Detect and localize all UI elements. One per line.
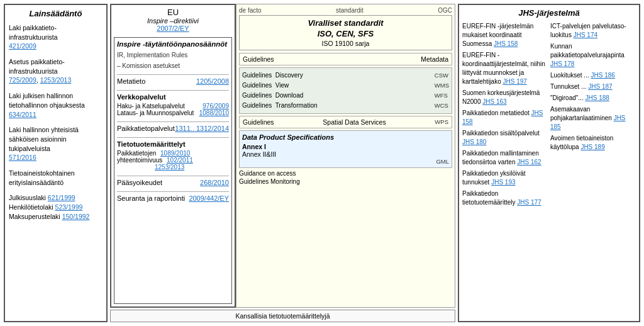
law-link-523[interactable]: 523/1999 bbox=[55, 203, 83, 211]
vs-column: de facto standardit OGC Viralliset stand… bbox=[236, 4, 455, 308]
link-976[interactable]: 976/2009 bbox=[203, 103, 229, 110]
law-title: Lainsäädäntö bbox=[9, 9, 103, 18]
law-link-150[interactable]: 150/1992 bbox=[62, 213, 90, 220]
jhs-item-avoimen: Avoimen tietoaineiston käyttölupa JHS 18… bbox=[550, 134, 636, 152]
jhs-link-180[interactable]: JHS 180 bbox=[462, 138, 486, 145]
law-link-421[interactable]: 421/2009 bbox=[9, 42, 36, 50]
wps-label: WPS bbox=[435, 118, 448, 126]
law-item-1: Laki paikkatieto-infrastruktuurista 421/… bbox=[9, 23, 103, 51]
vs-subheader: de facto standardit OGC bbox=[239, 7, 452, 14]
jhs-item-asemakaava: Asemakaavan pohjakartanlaatiminen JHS 18… bbox=[550, 105, 636, 132]
jhs-link-188[interactable]: JHS 188 bbox=[585, 94, 609, 101]
jhs-link-162[interactable]: JHS 162 bbox=[517, 159, 541, 166]
link-1205[interactable]: 1205/2008 bbox=[196, 77, 229, 85]
jhs-left-items: EUREF-FIN -järjestelmän mukaiset koordin… bbox=[462, 22, 548, 318]
law-item-6: Julkisuuslaki 621/1999 Henkilötietolaki … bbox=[9, 193, 103, 221]
jhs-item-luokitukset: Luokitukset ... JHS 186 bbox=[550, 71, 636, 80]
ttt-row-3: 1253/2013 bbox=[117, 164, 229, 171]
jhs-item-mallintaminen: Paikkatiedon mallintaminen tiedonsiirtoa… bbox=[462, 149, 548, 167]
vs-title-line3: ISO 19100 sarja bbox=[242, 40, 449, 47]
inspire-ttt-section: Tietotuotemäärittelyt Paikkatietojen 108… bbox=[117, 137, 229, 171]
vs-annex23: Annex II&III bbox=[242, 150, 449, 158]
jhs-item-tunnukset: Tunnukset ... JHS 187 bbox=[550, 82, 636, 91]
vs-guidelines-area: Guidelines Discovery Guidelines View Gui… bbox=[239, 67, 452, 114]
inspire-box: Inspire -täytäntöönpanosäännöt IR, Imple… bbox=[114, 37, 232, 304]
gl-discovery: Guidelines Discovery bbox=[242, 70, 318, 81]
jhs-item-euref-fin-2: EUREF-FIN -koordinaattijärjestelmät, nii… bbox=[462, 51, 548, 86]
jhs-right-items: ICT-palvelujen palvelutaso-luokitus JHS … bbox=[550, 22, 636, 318]
law-link-1253[interactable]: 1253/2013 bbox=[40, 76, 72, 84]
jhs-column: JHS-järjestelmä EUREF-FIN -järjestelmän … bbox=[458, 4, 640, 322]
link-1089[interactable]: 1089/2010 bbox=[160, 150, 190, 157]
inspire-paasy-row: Pääsyoikeudet 268/2010 bbox=[117, 176, 229, 186]
jhs-link-187[interactable]: JHS 187 bbox=[588, 83, 612, 90]
eu-column: EU Inspire –direktiivi 2007/2/EY Inspire… bbox=[110, 4, 236, 308]
link-268[interactable]: 268/2010 bbox=[200, 179, 229, 186]
wcs-label: WCS bbox=[435, 102, 449, 109]
link-102[interactable]: 102/2011 bbox=[167, 157, 193, 164]
jhs-link-178[interactable]: JHS 178 bbox=[550, 60, 574, 67]
inspire-seuranta-row: Seuranta ja raportointi 2009/442/EY bbox=[117, 191, 229, 202]
wfs-label: WFS bbox=[435, 92, 449, 99]
jhs-link-174[interactable]: JHS 174 bbox=[574, 31, 597, 38]
vs-annex1: Annex I bbox=[242, 143, 449, 150]
ttt-row-1: Paikkatietojen 1089/2010 bbox=[117, 150, 229, 157]
vs-title-box: Viralliset standardit ISO, CEN, SFS ISO … bbox=[239, 15, 452, 50]
law-link-634[interactable]: 634/2011 bbox=[9, 111, 36, 118]
komissio-label: – Komission asetukset bbox=[117, 62, 229, 69]
ttt-row-2: yhteentoimivuus 102/2011 bbox=[117, 157, 229, 164]
jhs-item-digiroad: "Digiroad"... JHS 188 bbox=[550, 94, 636, 103]
jhs-link-193[interactable]: JHS 193 bbox=[491, 179, 515, 186]
gl-transformation: Guidelines Transformation bbox=[242, 101, 318, 111]
inspire-verkkopalvelut-section: Verkkopalvelut Haku- ja Katselupalvelut … bbox=[117, 90, 229, 116]
csw-label: CSW bbox=[435, 72, 449, 79]
jhs-item-sisalto: Paikkatiedon sisältöpalvelut JHS 180 bbox=[462, 129, 548, 147]
jhs-item-metatiedot: Paikkatiedon metatiedot JHS 158 bbox=[462, 109, 548, 126]
law-link-571[interactable]: 571/2016 bbox=[9, 154, 36, 161]
jhs-item-tietotuote: Paikkatiedon tietotuotemäärittely JHS 17… bbox=[462, 189, 548, 207]
jhs-link-189[interactable]: JHS 189 bbox=[580, 143, 604, 150]
vs-paikka-row: Guidelines Spatial Data Services WPS bbox=[239, 116, 452, 128]
gl-view: Guidelines View bbox=[242, 81, 318, 91]
jhs-item-yksiloivat: Paikkatiedon yksilöivät tunnukset JHS 19… bbox=[462, 169, 548, 187]
law-link-621[interactable]: 621/1999 bbox=[48, 194, 75, 201]
eu-directive: Inspire –direktiivi bbox=[114, 17, 232, 25]
jhs-item-korkeus: Suomen korkeusjärjestelmä N2000 JHS 163 bbox=[462, 89, 548, 106]
ir-label: IR, Implementation Rules bbox=[117, 52, 229, 59]
vs-metadata-row: Guidelines Metadata bbox=[239, 53, 452, 65]
gml-label: GML bbox=[436, 158, 449, 165]
jhs-content: EUREF-FIN -järjestelmän mukaiset koordin… bbox=[462, 22, 636, 318]
wms-label: WMS bbox=[435, 82, 449, 89]
vs-title-line2: ISO, CEN, SFS bbox=[242, 29, 449, 40]
eu-directive-link: 2007/2/EY bbox=[114, 25, 232, 32]
jhs-item-ict: ICT-palvelujen palvelutaso-luokitus JHS … bbox=[550, 22, 636, 40]
link-1088[interactable]: 1088/2010 bbox=[199, 110, 229, 116]
eu-header: EU Inspire –direktiivi 2007/2/EY bbox=[114, 8, 232, 32]
gl-download: Guidelines Download bbox=[242, 91, 318, 101]
jhs-link-197[interactable]: JHS 197 bbox=[502, 78, 526, 85]
jhs-link-186[interactable]: JHS 186 bbox=[591, 72, 614, 79]
inspire-metatieto-row: Metatieto 1205/2008 bbox=[117, 74, 229, 85]
verkko-row-2: Lataus- ja Muunnospalvelut 1088/2010 bbox=[117, 110, 229, 116]
vs-access-row: Guidance on access bbox=[239, 170, 452, 177]
link-1253b[interactable]: 1253/2013 bbox=[155, 164, 184, 171]
vs-guidelines-block: Guidelines Discovery Guidelines View Gui… bbox=[242, 70, 318, 111]
jhs-item-kunnan: Kunnan paikkatietopalvelurajapinta JHS 1… bbox=[550, 42, 636, 69]
jhs-link-158a[interactable]: JHS 158 bbox=[494, 40, 518, 47]
verkko-row-1: Haku- ja Katselupalvelut 976/2009 bbox=[117, 103, 229, 110]
law-item-3: Laki julkisen hallinnon tietohallinnon o… bbox=[9, 91, 103, 119]
vs-monitoring-row: Guidelines Monitoring bbox=[239, 178, 452, 185]
jhs-link-177[interactable]: JHS 177 bbox=[517, 199, 541, 206]
kansallisia-box: Kansallisia tietotuotemäärittelyjä bbox=[110, 310, 455, 322]
law-item-2: Asetus paikkatieto-infrastruktuurista 72… bbox=[9, 57, 103, 85]
eu-title: EU bbox=[114, 8, 232, 17]
law-link-725[interactable]: 725/2009 bbox=[9, 76, 36, 84]
vs-dps-area: Data Product Specifications Annex I Anne… bbox=[239, 130, 452, 168]
vs-title-line1: Viralliset standardit bbox=[242, 18, 449, 29]
jhs-link-163[interactable]: JHS 163 bbox=[482, 98, 506, 105]
law-column: Lainsäädäntö Laki paikkatieto-infrastruk… bbox=[4, 4, 108, 322]
jhs-item-euref-fin-1: EUREF-FIN -järjestelmän mukaiset koordin… bbox=[462, 22, 548, 48]
jhs-title: JHS-järjestelmä bbox=[462, 8, 636, 18]
link-1311-1312[interactable]: 1311.. 1312/2014 bbox=[175, 125, 229, 132]
link-2009-442[interactable]: 2009/442/EY bbox=[189, 194, 229, 202]
